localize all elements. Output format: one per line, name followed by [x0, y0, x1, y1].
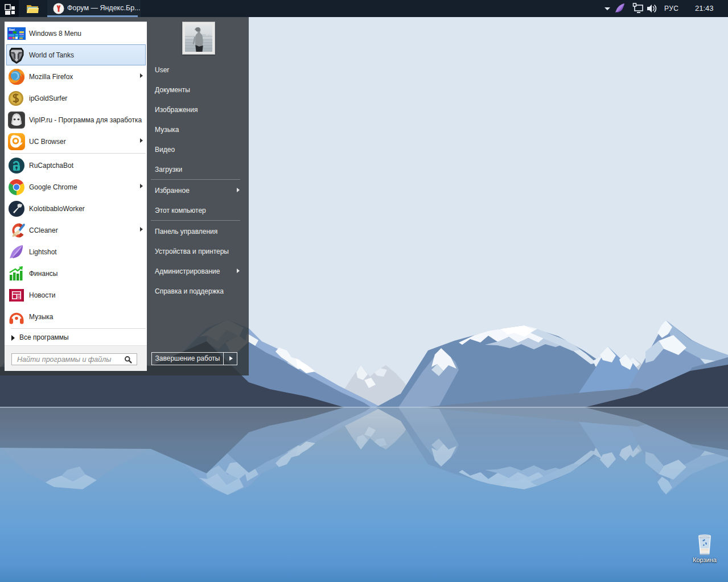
svg-text:Start: Start [9, 28, 15, 31]
